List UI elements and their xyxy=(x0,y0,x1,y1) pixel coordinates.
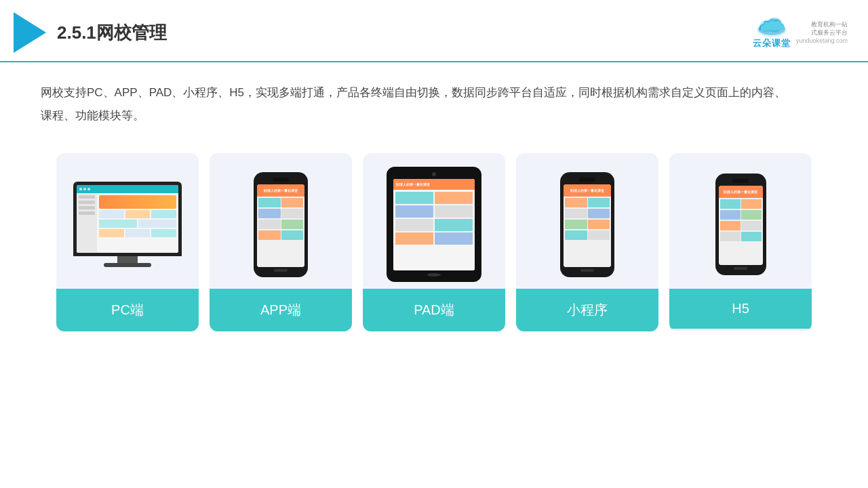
card-pad-image: 职涯人的第一量化课堂 xyxy=(363,153,505,289)
content-area: 网校支持PC、APP、PAD、小程序、H5，实现多端打通，产品各终端自由切换，数… xyxy=(0,62,868,345)
miniapp-phone-device-icon: 职涯人的第一量化课堂 xyxy=(560,172,614,277)
card-h5: 职涯人的第一量化课堂 xyxy=(669,153,812,331)
header-right: 云朵课堂 教育机构一站式服务云平台 yunduoketang.com xyxy=(753,16,848,49)
card-app: 职涯人的第一量化课堂 xyxy=(210,153,352,331)
card-h5-image: 职涯人的第一量化课堂 xyxy=(669,153,812,289)
card-miniapp-image: 职涯人的第一量化课堂 xyxy=(516,153,658,289)
card-miniapp-label: 小程序 xyxy=(516,289,658,331)
brand-url: yunduoketang.com xyxy=(796,37,848,44)
card-pc: PC端 xyxy=(56,153,199,331)
card-pad-label: PAD端 xyxy=(363,289,505,331)
header: 2.5.1网校管理 云朵课堂 教育机构一站式服务云平台 yunduoketang… xyxy=(0,0,868,62)
tablet-device-icon: 职涯人的第一量化课堂 xyxy=(387,167,481,282)
card-app-image: 职涯人的第一量化课堂 xyxy=(210,153,352,289)
card-pc-label: PC端 xyxy=(56,289,199,331)
brand-details: 教育机构一站式服务云平台 yunduoketang.com xyxy=(796,21,848,43)
description-text: 网校支持PC、APP、PAD、小程序、H5，实现多端打通，产品各终端自由切换，数… xyxy=(41,81,787,127)
cloud-icon: 云朵课堂 xyxy=(753,16,791,49)
h5-phone-device-icon: 职涯人的第一量化课堂 xyxy=(715,174,766,275)
header-left: 2.5.1网校管理 xyxy=(14,12,167,53)
pc-device-icon xyxy=(73,182,182,267)
brand-logo: 云朵课堂 教育机构一站式服务云平台 yunduoketang.com xyxy=(753,16,848,49)
brand-name: 云朵课堂 xyxy=(753,37,791,49)
card-app-label: APP端 xyxy=(210,289,352,331)
card-pc-image xyxy=(56,153,199,289)
card-h5-label: H5 xyxy=(669,289,812,329)
page-title: 2.5.1网校管理 xyxy=(57,21,167,45)
cards-container: PC端 职涯人的第一量化课堂 xyxy=(41,153,827,331)
phone-device-icon: 职涯人的第一量化课堂 xyxy=(254,172,308,277)
logo-triangle-icon xyxy=(14,12,46,53)
card-miniapp: 职涯人的第一量化课堂 xyxy=(516,153,658,331)
brand-tagline: 教育机构一站式服务云平台 xyxy=(796,21,848,37)
card-pad: 职涯人的第一量化课堂 xyxy=(363,153,505,331)
